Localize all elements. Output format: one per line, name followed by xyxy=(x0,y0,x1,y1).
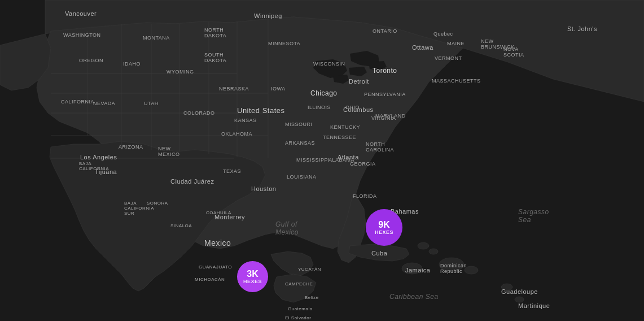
svg-point-1 xyxy=(402,263,422,274)
svg-point-2 xyxy=(439,258,464,271)
cluster-mexico-label: HEXES xyxy=(243,279,262,284)
svg-point-4 xyxy=(501,284,512,290)
svg-point-3 xyxy=(465,266,478,274)
cluster-florida-count: 9K xyxy=(378,220,389,230)
cluster-florida[interactable]: 9K HEXES xyxy=(366,209,402,246)
svg-point-6 xyxy=(418,242,429,249)
cluster-florida-label: HEXES xyxy=(375,229,393,235)
cluster-mexico-count: 3K xyxy=(247,269,258,279)
svg-point-5 xyxy=(515,297,524,302)
map-svg xyxy=(0,0,644,321)
cluster-mexico[interactable]: 3K HEXES xyxy=(237,261,268,292)
svg-point-7 xyxy=(429,249,438,254)
map-container[interactable]: United States WASHINGTON OREGON IDAHO MO… xyxy=(0,0,644,321)
